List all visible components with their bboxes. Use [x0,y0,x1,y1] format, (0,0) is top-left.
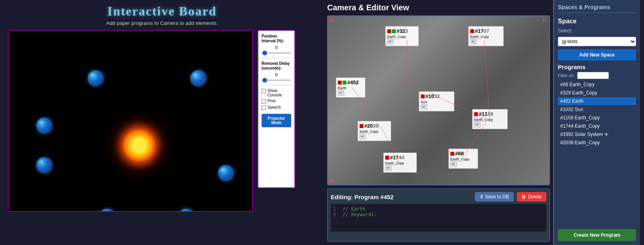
program-card-2039[interactable]: #2039 Earth_Copy ✂ [358,121,391,141]
space-selector[interactable]: jg-tests [558,37,636,46]
program-num: #68 [455,151,464,156]
program-list-item-1159[interactable]: #1159 Earth_Copy [558,114,636,122]
program-name: Earth [338,86,363,90]
removal-slider[interactable] [262,79,291,81]
scissors-button[interactable]: ✂ [450,161,457,167]
program-card-1744[interactable]: #1744 Earth_Copy ✂ [383,153,417,173]
planet-6 [100,209,115,212]
position-interval-value: 0 [262,45,291,50]
planet-4 [36,157,52,173]
scissors-button[interactable]: ✂ [338,90,344,96]
trash-icon: 🗑 [522,194,526,200]
print-row: Print [262,99,291,104]
program-num: #1744 [390,155,404,160]
removal-delay-value: 0 [262,72,291,77]
middle-panel: Camera & Editor View TL TL BL #323 Earth… [324,0,553,245]
delete-button[interactable]: 🗑 Delete [517,192,546,202]
program-name: Earth_Copy [387,35,417,39]
red-dot [450,152,454,156]
program-list-item-1032[interactable]: #1032 Sun [558,106,636,113]
programs-section: Programs Filter on: #68 Earth_Copy #329 … [558,64,636,226]
print-label: Print [267,99,276,103]
program-card-452[interactable]: #452 Earth ✂ [336,77,365,98]
programs-section-title: Programs [558,64,636,70]
green-dot [392,29,396,33]
code-content: // Earth [343,206,365,212]
program-list-item-329[interactable]: #329 Earth_Copy [558,89,636,97]
program-list: #68 Earth_Copy #329 Earth_Copy #452 Eart… [558,81,636,147]
scissors-button[interactable]: ✂ [385,165,392,171]
save-to-db-button[interactable]: ⬆ Save to DB [475,192,514,202]
program-card-323[interactable]: #323 Earth_Copy ✂ [385,26,419,46]
show-console-row: Show Console [262,89,291,97]
red-dot [360,124,363,128]
scissors-button[interactable]: ✂ [470,39,476,44]
speech-label: Speech [267,105,281,109]
planet-2 [190,70,206,86]
red-dot [470,29,474,33]
camera-view: TL TL BL #323 Earth_Copy ✂ #1707 Earth_C… [327,15,550,185]
removal-delay-label: Removal Delay (seconds): [262,61,291,71]
select-label: Select: [558,28,636,34]
red-dot [474,112,478,116]
planet-7 [179,209,194,212]
planet-3 [36,118,52,134]
show-console-checkbox[interactable] [262,89,266,93]
planet-5 [218,165,234,181]
program-name: Earth_Copy [385,161,415,165]
program-num: #2039 [364,123,378,129]
scissors-button[interactable]: ✂ [421,104,427,109]
create-new-program-button[interactable]: Create New Program [558,229,636,241]
removal-slider-thumb [262,78,267,83]
board-title: Interactive Board [107,4,217,19]
program-list-item-452[interactable]: #452 Earth [558,97,636,105]
position-slider-thumb [262,51,267,55]
speech-row: Speech [262,105,291,110]
program-list-item-1744[interactable]: #1744 Earth_Copy [558,122,636,130]
speech-checkbox[interactable] [262,106,266,110]
program-list-item-2039[interactable]: #2039 Earth_Copy [558,139,636,147]
program-name: Earth_Copy [474,118,506,122]
red-dot [421,94,425,98]
editor-section: Editing: Program #452 ⬆ Save to DB 🗑 Del… [327,188,550,242]
program-card-1707[interactable]: #1707 Earth_Copy ✂ [468,26,504,46]
item-text: #1992 Solar System [560,132,603,137]
board-subtitle: Add paper programs to Camera to add elem… [106,20,218,26]
tr-label: TL [542,18,548,23]
program-card-1159[interactable]: #1159 Earth_Copy ✂ [472,109,508,129]
program-num: #1707 [475,28,489,34]
red-dot [387,29,391,33]
planet-1 [88,70,104,86]
program-list-item-68[interactable]: #68 Earth_Copy [558,81,636,89]
program-name: Earth_Copy [360,130,389,134]
code-line-2: 2 // Keywords: [333,212,544,217]
program-name: Earth_Copy [450,157,476,161]
delete-label: Delete [528,194,542,200]
right-panel: Spaces & Programs Space Select: jg-tests… [553,0,640,245]
code-area[interactable]: 1 // Earth 2 // Keywords: [331,204,546,232]
program-card-1032[interactable]: #1032 Sun ✂ [419,91,454,111]
print-checkbox[interactable] [262,99,266,104]
canvas-container [8,30,253,212]
green-dot [343,81,346,85]
scissors-button[interactable]: ✂ [360,134,366,139]
add-new-space-button[interactable]: Add New Space [558,49,636,60]
projector-mode-button[interactable]: Projector Mode [262,114,291,127]
board-area: Position Interval (%): 0 Removal Delay (… [8,30,316,212]
program-name: Earth_Copy [470,35,502,39]
spaces-programs-title: Spaces & Programs [558,4,636,13]
divider-2 [262,85,291,85]
program-num: #323 [397,28,408,34]
program-list-item-1992[interactable]: #1992 Solar System 👁 [558,130,636,138]
space-section-title: Space [558,18,636,25]
divider-1 [262,58,291,58]
program-card-68[interactable]: #68 Earth_Copy ✂ [448,149,478,169]
scissors-button[interactable]: ✂ [474,122,480,127]
scissors-button[interactable]: ✂ [387,39,394,44]
filter-input[interactable] [577,72,609,79]
bl-label: BL [330,178,335,183]
line-number: 1 [333,206,339,212]
position-slider[interactable] [262,52,291,54]
program-name: Sun [421,100,452,104]
controls-panel: Position Interval (%): 0 Removal Delay (… [258,30,295,188]
